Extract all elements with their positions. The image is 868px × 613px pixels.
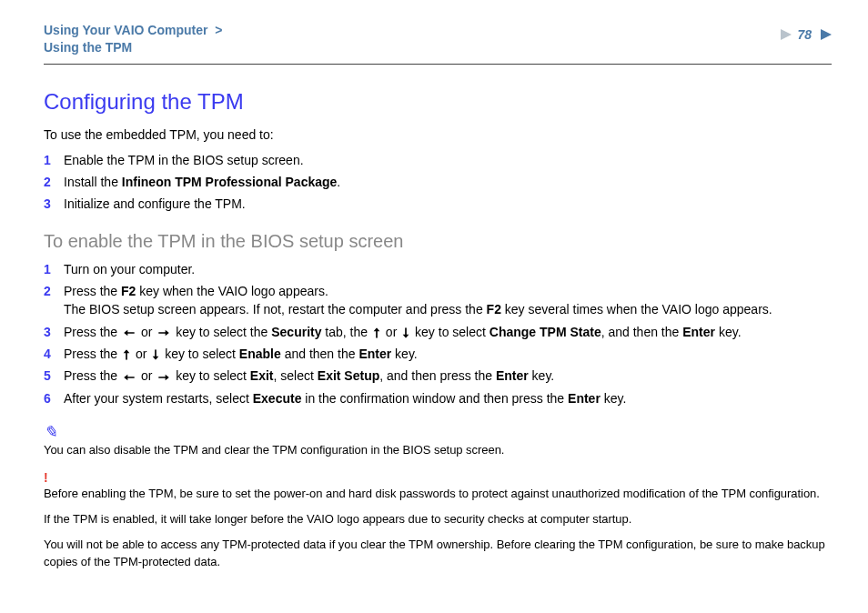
arrow-down-icon (151, 348, 160, 361)
page-nav: 78 (777, 22, 832, 42)
steps-list-a: 1Enable the TPM in the BIOS setup screen… (44, 151, 832, 214)
step-text: Press the or key to select the Security … (64, 323, 832, 341)
page-number: 78 (797, 27, 812, 42)
step-item: 5Press the or key to select Exit, select… (44, 367, 832, 385)
step-number: 3 (44, 323, 64, 341)
note-text: If the TPM is enabled, it will take long… (44, 511, 832, 528)
step-text: Initialize and configure the TPM. (64, 195, 832, 213)
note-text: You will not be able to access any TPM-p… (44, 537, 832, 569)
arrow-up-icon (372, 327, 381, 339)
notes-section: ✎You can also disable the TPM and clear … (44, 424, 832, 570)
step-number: 3 (44, 195, 64, 213)
step-number: 5 (44, 367, 64, 385)
step-number: 1 (44, 151, 64, 169)
arrow-down-icon (401, 327, 410, 339)
step-text: Enable the TPM in the BIOS setup screen. (64, 151, 832, 169)
note-text: You can also disable the TPM and clear t… (44, 442, 832, 458)
step-text: Press the or key to select Exit, select … (64, 367, 832, 385)
intro-paragraph: To use the embedded TPM, you need to: (44, 126, 832, 144)
breadcrumb: Using Your VAIO Computer > Using the TPM (44, 22, 227, 56)
breadcrumb-chapter: Using Your VAIO Computer (44, 23, 207, 37)
arrow-right-icon (156, 373, 171, 382)
step-item: 1Turn on your computer. (44, 260, 832, 278)
step-number: 4 (44, 345, 64, 363)
note-text: Before enabling the TPM, be sure to set … (44, 486, 832, 502)
step-item: 3Press the or key to select the Security… (44, 323, 832, 341)
step-number: 2 (44, 282, 64, 300)
warning-note-icon: ! (44, 471, 832, 484)
page-header: Using Your VAIO Computer > Using the TPM… (44, 22, 832, 65)
step-text: Turn on your computer. (64, 260, 832, 278)
page-content: Configuring the TPM To use the embedded … (44, 86, 832, 570)
step-number: 1 (44, 260, 64, 278)
arrow-right-icon (156, 328, 171, 337)
breadcrumb-separator: > (215, 23, 222, 37)
step-text: Press the or key to select Enable and th… (64, 345, 832, 363)
step-text: Install the Infineon TPM Professional Pa… (64, 173, 832, 191)
step-item: 3Initialize and configure the TPM. (44, 195, 832, 213)
note: ✎You can also disable the TPM and clear … (44, 424, 832, 458)
step-item: 1Enable the TPM in the BIOS setup screen… (44, 151, 832, 169)
pencil-note-icon: ✎ (44, 424, 832, 440)
step-number: 6 (44, 389, 64, 407)
arrow-left-icon (122, 373, 136, 382)
subsection-title: To enable the TPM in the BIOS setup scre… (44, 228, 832, 255)
step-number: 2 (44, 173, 64, 191)
steps-list-b: 1Turn on your computer.2Press the F2 key… (44, 260, 832, 407)
next-page-button[interactable] (817, 29, 832, 40)
section-title: Configuring the TPM (44, 86, 832, 118)
breadcrumb-section: Using the TPM (44, 40, 132, 55)
step-text: Press the F2 key when the VAIO logo appe… (64, 282, 832, 319)
step-text: After your system restarts, select Execu… (64, 389, 832, 407)
step-item: 2Install the Infineon TPM Professional P… (44, 173, 832, 191)
step-item: 6After your system restarts, select Exec… (44, 389, 832, 407)
note: !Before enabling the TPM, be sure to set… (44, 471, 832, 570)
arrow-left-icon (122, 328, 136, 337)
prev-page-button[interactable] (777, 29, 792, 40)
page: Using Your VAIO Computer > Using the TPM… (0, 0, 868, 613)
step-item: 4Press the or key to select Enable and t… (44, 345, 832, 363)
arrow-up-icon (122, 348, 131, 361)
step-item: 2Press the F2 key when the VAIO logo app… (44, 282, 832, 319)
